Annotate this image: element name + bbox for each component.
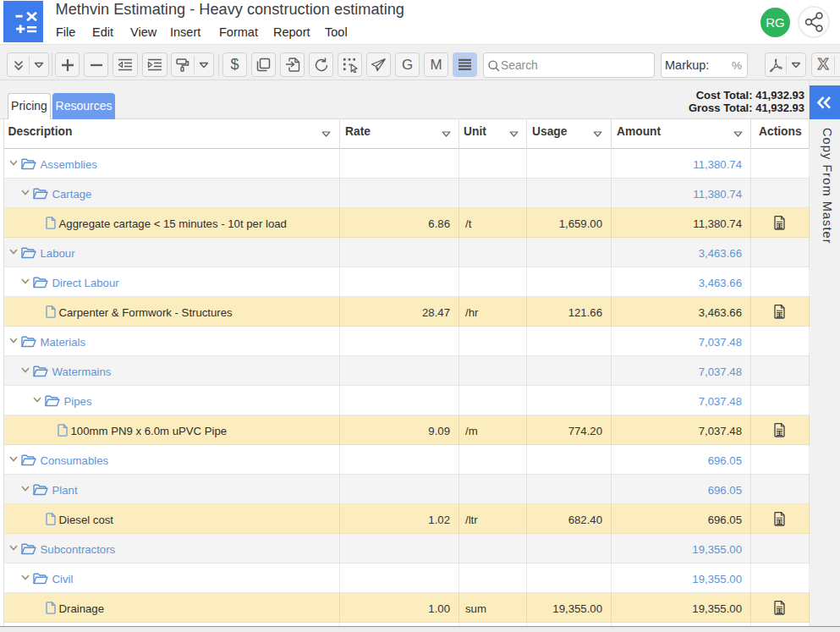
svg-text:X: X bbox=[818, 58, 829, 72]
